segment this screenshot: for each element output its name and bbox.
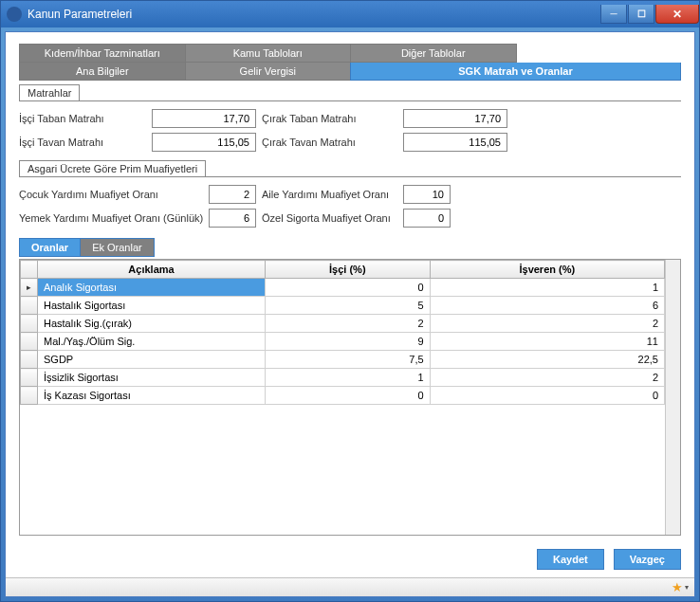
tab-gelir[interactable]: Gelir Vergisi — [185, 63, 351, 81]
table-row[interactable]: İş Kazası Sigortası 0 0 — [21, 387, 665, 405]
aile-input[interactable] — [403, 185, 451, 204]
maximize-button[interactable]: ☐ — [628, 5, 654, 24]
table-row[interactable]: Hastalık Sig.(çırak) 2 2 — [21, 315, 665, 333]
tab-kidem[interactable]: Kıdem/İhbar Tazminatları — [19, 44, 185, 63]
cocuk-label: Çocuk Yardımı Muafiyet Oranı — [19, 189, 209, 200]
star-icon[interactable]: ★ — [672, 580, 683, 594]
isci-taban-label: İşçi Taban Matrahı — [19, 113, 152, 124]
window: Kanun Parametreleri ─ ☐ ✕ Kıdem/İhbar Ta… — [0, 0, 700, 602]
button-bar: Kaydet Vazgeç — [6, 541, 694, 577]
table-row[interactable]: Mal./Yaş./Ölüm Sig. 9 11 — [21, 333, 665, 351]
window-title: Kanun Parametreleri — [28, 8, 599, 21]
sub-tabs: Oranlar Ek Oranlar — [19, 238, 681, 257]
titlebar[interactable]: Kanun Parametreleri ─ ☐ ✕ — [1, 1, 699, 27]
top-tabs-row2: Ana Bilgiler Gelir Vergisi SGK Matrah ve… — [19, 63, 681, 81]
table-row[interactable]: İşsizlik Sigortası 1 2 — [21, 369, 665, 387]
isci-tavan-label: İşçi Tavan Matrahı — [19, 137, 152, 148]
yemek-label: Yemek Yardımı Muafiyet Oranı (Günlük) — [19, 212, 209, 224]
close-button[interactable]: ✕ — [655, 5, 699, 24]
cirak-tavan-input[interactable] — [403, 133, 507, 152]
aile-label: Aile Yardımı Muafiyet Oranı — [256, 189, 403, 200]
grid-corner[interactable] — [21, 261, 38, 279]
tab-ana[interactable]: Ana Bilgiler — [19, 63, 185, 81]
cirak-tavan-label: Çırak Tavan Matrahı — [256, 137, 403, 148]
grid: Açıklama İşçi (%) İşveren (%) Analık Sig… — [19, 259, 681, 536]
cirak-taban-label: Çırak Taban Matrahı — [256, 113, 403, 124]
col-desc[interactable]: Açıklama — [38, 261, 266, 279]
cirak-taban-input[interactable] — [403, 109, 507, 128]
table-row[interactable]: SGDP 7,5 22,5 — [21, 351, 665, 369]
ozel-label: Özel Sigorta Muafiyet Oranı — [256, 212, 403, 224]
group-matrahlar-label: Matrahlar — [19, 84, 80, 101]
tab-spacer — [517, 44, 682, 63]
col-isveren[interactable]: İşveren (%) — [430, 261, 664, 279]
ozel-input[interactable] — [403, 209, 451, 228]
table-row[interactable]: Analık Sigortası 0 1 — [21, 279, 665, 297]
subtab-ek[interactable]: Ek Oranlar — [81, 238, 155, 257]
chevron-down-icon[interactable]: ▾ — [685, 583, 689, 592]
tab-sgk[interactable]: SGK Matrah ve Oranlar — [350, 63, 681, 81]
tab-diger[interactable]: Diğer Tablolar — [350, 44, 517, 63]
vertical-scrollbar[interactable] — [665, 260, 680, 535]
cancel-button[interactable]: Vazgeç — [614, 549, 681, 570]
top-tabs-row1: Kıdem/İhbar Tazminatları Kamu Tabloları … — [19, 44, 681, 63]
save-button[interactable]: Kaydet — [537, 549, 604, 570]
app-icon — [7, 7, 22, 22]
minimize-button[interactable]: ─ — [600, 5, 627, 24]
table-row[interactable]: Hastalık Sigortası 5 6 — [21, 297, 665, 315]
subtab-oranlar[interactable]: Oranlar — [19, 238, 81, 257]
cocuk-input[interactable] — [209, 185, 256, 204]
col-isci[interactable]: İşçi (%) — [266, 261, 431, 279]
client-area: Kıdem/İhbar Tazminatları Kamu Tabloları … — [5, 31, 695, 597]
yemek-input[interactable] — [209, 209, 256, 228]
group-asgari-label: Asgari Ücrete Göre Prim Muafiyetleri — [19, 160, 206, 177]
grid-empty-area — [20, 405, 665, 535]
isci-tavan-input[interactable] — [152, 133, 256, 152]
isci-taban-input[interactable] — [152, 109, 256, 128]
tab-kamu[interactable]: Kamu Tabloları — [185, 44, 351, 63]
statusbar: ★ ▾ — [6, 577, 694, 596]
